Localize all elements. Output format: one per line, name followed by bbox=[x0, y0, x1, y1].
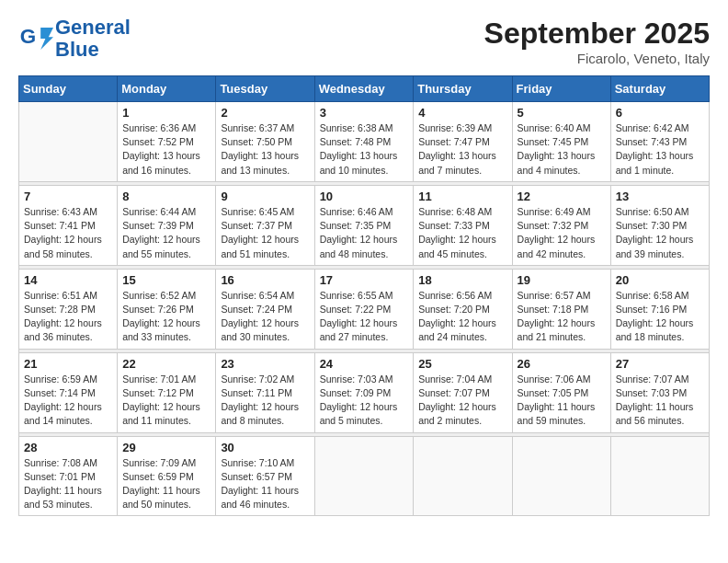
day-number: 1 bbox=[122, 106, 210, 120]
calendar-cell: 19Sunrise: 6:57 AM Sunset: 7:18 PM Dayli… bbox=[512, 269, 610, 349]
weekday-header: Sunday bbox=[19, 76, 118, 102]
day-number: 7 bbox=[24, 190, 112, 203]
day-detail: Sunrise: 6:37 AM Sunset: 7:50 PM Dayligh… bbox=[221, 121, 309, 178]
calendar-cell: 4Sunrise: 6:39 AM Sunset: 7:47 PM Daylig… bbox=[414, 102, 512, 182]
day-detail: Sunrise: 6:39 AM Sunset: 7:47 PM Dayligh… bbox=[418, 121, 506, 178]
day-detail: Sunrise: 6:52 AM Sunset: 7:26 PM Dayligh… bbox=[122, 289, 210, 345]
day-number: 3 bbox=[320, 106, 409, 120]
logo: G General Blue bbox=[18, 17, 131, 61]
calendar-cell: 28Sunrise: 7:08 AM Sunset: 7:01 PM Dayli… bbox=[19, 436, 118, 516]
day-detail: Sunrise: 7:07 AM Sunset: 7:03 PM Dayligh… bbox=[616, 373, 704, 429]
day-detail: Sunrise: 7:04 AM Sunset: 7:07 PM Dayligh… bbox=[418, 373, 506, 429]
calendar-cell: 26Sunrise: 7:06 AM Sunset: 7:05 PM Dayli… bbox=[512, 352, 610, 432]
calendar-cell: 30Sunrise: 7:10 AM Sunset: 6:57 PM Dayli… bbox=[216, 436, 314, 516]
calendar-cell: 22Sunrise: 7:01 AM Sunset: 7:12 PM Dayli… bbox=[118, 352, 216, 432]
day-detail: Sunrise: 6:56 AM Sunset: 7:20 PM Dayligh… bbox=[418, 289, 506, 345]
day-detail: Sunrise: 7:02 AM Sunset: 7:11 PM Dayligh… bbox=[221, 373, 309, 429]
calendar-cell: 16Sunrise: 6:54 AM Sunset: 7:24 PM Dayli… bbox=[216, 269, 314, 349]
calendar-cell: 29Sunrise: 7:09 AM Sunset: 6:59 PM Dayli… bbox=[118, 436, 216, 516]
day-number: 30 bbox=[221, 441, 309, 454]
day-number: 4 bbox=[418, 106, 506, 120]
calendar-cell: 20Sunrise: 6:58 AM Sunset: 7:16 PM Dayli… bbox=[610, 269, 709, 349]
calendar-cell: 21Sunrise: 6:59 AM Sunset: 7:14 PM Dayli… bbox=[19, 352, 118, 432]
calendar-cell: 6Sunrise: 6:42 AM Sunset: 7:43 PM Daylig… bbox=[610, 102, 709, 182]
day-number: 15 bbox=[122, 273, 210, 287]
day-number: 17 bbox=[320, 273, 409, 287]
calendar-cell: 5Sunrise: 6:40 AM Sunset: 7:45 PM Daylig… bbox=[512, 102, 610, 182]
calendar-cell bbox=[19, 102, 118, 182]
day-detail: Sunrise: 6:36 AM Sunset: 7:52 PM Dayligh… bbox=[122, 121, 210, 178]
calendar-cell: 7Sunrise: 6:43 AM Sunset: 7:41 PM Daylig… bbox=[19, 185, 118, 265]
calendar-cell: 1Sunrise: 6:36 AM Sunset: 7:52 PM Daylig… bbox=[118, 102, 216, 182]
calendar-cell: 14Sunrise: 6:51 AM Sunset: 7:28 PM Dayli… bbox=[19, 269, 118, 349]
day-detail: Sunrise: 6:45 AM Sunset: 7:37 PM Dayligh… bbox=[221, 205, 309, 261]
day-number: 26 bbox=[518, 357, 606, 371]
calendar-cell: 2Sunrise: 6:37 AM Sunset: 7:50 PM Daylig… bbox=[216, 102, 314, 182]
svg-text:G: G bbox=[20, 25, 36, 48]
weekday-header: Tuesday bbox=[216, 76, 314, 102]
calendar-cell: 25Sunrise: 7:04 AM Sunset: 7:07 PM Dayli… bbox=[414, 352, 512, 432]
calendar-cell: 18Sunrise: 6:56 AM Sunset: 7:20 PM Dayli… bbox=[414, 269, 512, 349]
day-detail: Sunrise: 6:38 AM Sunset: 7:48 PM Dayligh… bbox=[320, 121, 409, 178]
calendar-cell: 10Sunrise: 6:46 AM Sunset: 7:35 PM Dayli… bbox=[314, 185, 414, 265]
day-detail: Sunrise: 7:08 AM Sunset: 7:01 PM Dayligh… bbox=[24, 456, 112, 512]
day-number: 29 bbox=[122, 441, 210, 454]
logo-general: General bbox=[55, 17, 131, 39]
day-detail: Sunrise: 7:10 AM Sunset: 6:57 PM Dayligh… bbox=[221, 456, 309, 512]
calendar-cell: 24Sunrise: 7:03 AM Sunset: 7:09 PM Dayli… bbox=[314, 352, 414, 432]
day-number: 9 bbox=[221, 190, 309, 203]
calendar-cell: 9Sunrise: 6:45 AM Sunset: 7:37 PM Daylig… bbox=[216, 185, 314, 265]
calendar-cell: 23Sunrise: 7:02 AM Sunset: 7:11 PM Dayli… bbox=[216, 352, 314, 432]
day-detail: Sunrise: 6:44 AM Sunset: 7:39 PM Dayligh… bbox=[122, 205, 210, 261]
day-number: 21 bbox=[24, 357, 112, 371]
location: Ficarolo, Veneto, Italy bbox=[484, 51, 710, 66]
day-number: 8 bbox=[122, 190, 210, 203]
day-detail: Sunrise: 7:09 AM Sunset: 6:59 PM Dayligh… bbox=[122, 456, 210, 512]
weekday-header-row: SundayMondayTuesdayWednesdayThursdayFrid… bbox=[19, 76, 710, 102]
day-detail: Sunrise: 6:43 AM Sunset: 7:41 PM Dayligh… bbox=[24, 205, 112, 261]
day-number: 25 bbox=[418, 357, 506, 371]
day-detail: Sunrise: 6:51 AM Sunset: 7:28 PM Dayligh… bbox=[24, 289, 112, 345]
calendar-week-row: 28Sunrise: 7:08 AM Sunset: 7:01 PM Dayli… bbox=[19, 436, 710, 516]
calendar-week-row: 7Sunrise: 6:43 AM Sunset: 7:41 PM Daylig… bbox=[19, 185, 710, 265]
day-detail: Sunrise: 6:57 AM Sunset: 7:18 PM Dayligh… bbox=[518, 289, 606, 345]
calendar-cell: 3Sunrise: 6:38 AM Sunset: 7:48 PM Daylig… bbox=[314, 102, 414, 182]
calendar-cell: 8Sunrise: 6:44 AM Sunset: 7:39 PM Daylig… bbox=[118, 185, 216, 265]
title-area: September 2025 Ficarolo, Veneto, Italy bbox=[484, 17, 710, 66]
day-number: 19 bbox=[518, 273, 606, 287]
day-number: 28 bbox=[24, 441, 112, 454]
logo-blue: Blue bbox=[55, 39, 131, 61]
calendar-cell: 12Sunrise: 6:49 AM Sunset: 7:32 PM Dayli… bbox=[512, 185, 610, 265]
calendar-cell: 11Sunrise: 6:48 AM Sunset: 7:33 PM Dayli… bbox=[414, 185, 512, 265]
day-number: 13 bbox=[616, 190, 704, 203]
calendar-cell bbox=[610, 436, 709, 516]
weekday-header: Thursday bbox=[414, 76, 512, 102]
calendar-week-row: 14Sunrise: 6:51 AM Sunset: 7:28 PM Dayli… bbox=[19, 269, 710, 349]
calendar-week-row: 1Sunrise: 6:36 AM Sunset: 7:52 PM Daylig… bbox=[19, 102, 710, 182]
day-detail: Sunrise: 7:01 AM Sunset: 7:12 PM Dayligh… bbox=[122, 373, 210, 429]
day-number: 5 bbox=[518, 106, 606, 120]
day-number: 14 bbox=[24, 273, 112, 287]
day-number: 11 bbox=[418, 190, 506, 203]
day-number: 16 bbox=[221, 273, 309, 287]
day-detail: Sunrise: 6:48 AM Sunset: 7:33 PM Dayligh… bbox=[418, 205, 506, 261]
day-number: 2 bbox=[221, 106, 309, 120]
day-number: 24 bbox=[320, 357, 409, 371]
month-title: September 2025 bbox=[484, 17, 710, 51]
day-detail: Sunrise: 6:55 AM Sunset: 7:22 PM Dayligh… bbox=[320, 289, 409, 345]
weekday-header: Saturday bbox=[610, 76, 709, 102]
calendar-cell: 15Sunrise: 6:52 AM Sunset: 7:26 PM Dayli… bbox=[118, 269, 216, 349]
day-detail: Sunrise: 7:06 AM Sunset: 7:05 PM Dayligh… bbox=[518, 373, 606, 429]
calendar-cell bbox=[512, 436, 610, 516]
day-number: 27 bbox=[616, 357, 704, 371]
calendar-week-row: 21Sunrise: 6:59 AM Sunset: 7:14 PM Dayli… bbox=[19, 352, 710, 432]
day-number: 20 bbox=[616, 273, 704, 287]
day-detail: Sunrise: 6:42 AM Sunset: 7:43 PM Dayligh… bbox=[616, 121, 704, 178]
day-detail: Sunrise: 6:59 AM Sunset: 7:14 PM Dayligh… bbox=[24, 373, 112, 429]
day-number: 12 bbox=[518, 190, 606, 203]
calendar-cell bbox=[414, 436, 512, 516]
calendar-cell bbox=[314, 436, 414, 516]
day-detail: Sunrise: 6:46 AM Sunset: 7:35 PM Dayligh… bbox=[320, 205, 409, 261]
weekday-header: Monday bbox=[118, 76, 216, 102]
calendar-cell: 27Sunrise: 7:07 AM Sunset: 7:03 PM Dayli… bbox=[610, 352, 709, 432]
